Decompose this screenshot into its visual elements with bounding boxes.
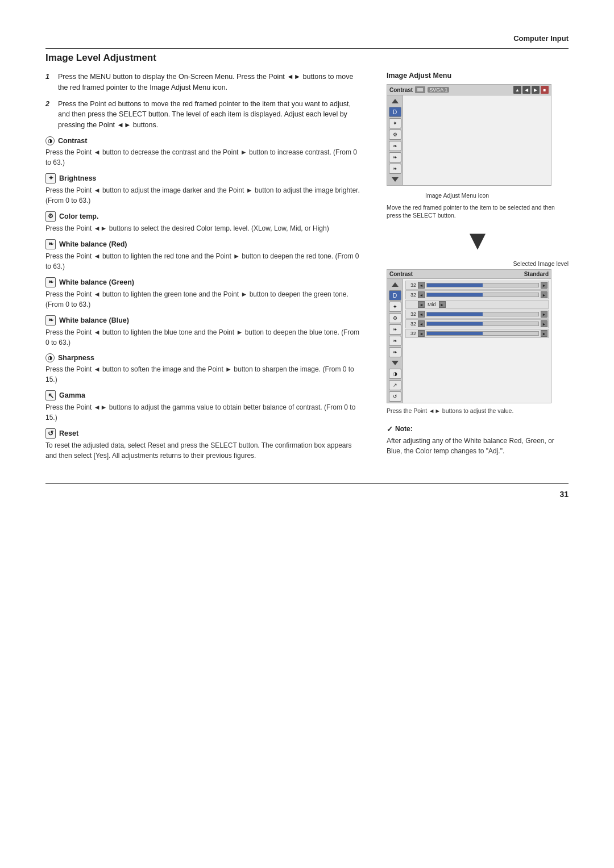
sidebar-item-1[interactable]: D [389, 107, 401, 117]
menu-row-4-btn-right[interactable]: ► [541, 311, 547, 318]
menu-row-4-btn-left[interactable]: ◄ [418, 311, 425, 318]
sidebar2-item-3[interactable]: ⚙ [389, 313, 401, 323]
section-colortemp: ⚙ Color temp. Press the Point ◄► buttons… [45, 211, 364, 233]
section-wb-red-header: ❧ White balance (Red) [45, 239, 364, 249]
adjust-annotation: Press the Point ◄► buttons to adjust the… [387, 407, 569, 416]
step-1-text: Press the MENU button to display the On-… [58, 72, 364, 93]
menu-row-6-btn-left[interactable]: ◄ [418, 330, 425, 337]
section-wb-blue: ❧ White balance (Blue) Press the Point ◄… [45, 315, 364, 348]
menu-row-4-bar [426, 312, 539, 316]
reset-icon: ↺ [45, 428, 56, 439]
section-reset-header: ↺ Reset [45, 428, 364, 439]
sidebar2-item-1[interactable]: D [389, 290, 401, 301]
menu-row-6-btn-right[interactable]: ► [541, 330, 547, 337]
menu-badge: SVGA 1 [428, 87, 449, 93]
menu-row-6-value: 32 [406, 331, 417, 336]
menu-row-3: ◄ Mid ► [405, 300, 549, 309]
bottom-rule [45, 483, 569, 484]
menu-row-5-btn-right[interactable]: ► [541, 320, 547, 327]
sidebar2-item-6[interactable]: ❧ [389, 347, 401, 357]
contrast-title: Contrast [58, 137, 87, 145]
menu-row-5-value: 32 [406, 321, 417, 327]
step-1: 1 Press the MENU button to display the O… [45, 72, 364, 93]
sidebar2-item-7[interactable]: ◑ [389, 369, 401, 379]
sidebar-item-6[interactable]: ❧ [389, 164, 401, 174]
sharpness-body: Press the Point ◄ button to soften the i… [45, 364, 364, 385]
sidebar2-arrow-up [392, 282, 399, 287]
annotation-area-1: Image Adjust Menu icon [387, 188, 569, 200]
section-wb-green: ❧ White balance (Green) Press the Point … [45, 277, 364, 310]
annotation-area-2: Move the red framed pointer to the item … [387, 203, 569, 220]
menu-row-1-fill [427, 283, 483, 287]
menu-row-1-btn-right[interactable]: ► [541, 282, 547, 289]
section-wb-green-header: ❧ White balance (Green) [45, 277, 364, 287]
colortemp-body: Press the Point ◄► buttons to select the… [45, 223, 364, 233]
sidebar-item-2[interactable]: ✦ [389, 118, 401, 128]
wb-red-title: White balance (Red) [59, 240, 127, 248]
menu-mockup-1: Contrast SVGA 1 ▲ ◀ ▶ ■ [387, 84, 551, 186]
menu-row-2: 32 ◄ ► [405, 290, 549, 299]
sidebar2-item-9[interactable]: ↺ [389, 391, 401, 402]
contrast-body: Press the Point ◄ button to decrease the… [45, 147, 364, 168]
menu-row-6: 32 ◄ ► [405, 329, 549, 338]
sharpness-title: Sharpness [58, 354, 94, 362]
menu-main-content-1 [405, 98, 549, 143]
selected-label-text: Selected Image level [513, 260, 569, 267]
sidebar2-item-2[interactable]: ✦ [389, 302, 401, 312]
checkmark-icon: ✓ [387, 425, 393, 433]
brightness-body: Press the Point ◄ button to adjust the i… [45, 185, 364, 206]
menu-row-4-value: 32 [406, 311, 417, 317]
menu-row-3-btn-right[interactable]: ► [439, 301, 446, 308]
sidebar2-arrow-down [392, 361, 399, 365]
gamma-icon: ↗ [45, 390, 56, 400]
menu-sidebar-2: D ✦ ⚙ ❧ ❧ ❧ ◑ ↗ ↺ [387, 279, 403, 403]
section-title: Computer Input [45, 34, 569, 43]
menu-icon-4: ■ [541, 86, 549, 94]
step-2-text: Press the Point ed buttons to move the r… [58, 99, 364, 131]
menu-icon-1: ▲ [513, 86, 521, 94]
menu-row-1-btn-left[interactable]: ◄ [418, 282, 425, 289]
sidebar2-item-8[interactable]: ↗ [389, 380, 401, 390]
sidebar-item-5[interactable]: ❧ [389, 152, 401, 162]
section-gamma-header: ↗ Gamma [45, 390, 364, 400]
section-sharpness-header: ◑ Sharpness [45, 353, 364, 362]
step-1-num: 1 [45, 72, 53, 93]
page-number: 31 [45, 490, 569, 499]
menu-row-3-btn-left[interactable]: ◄ [418, 301, 425, 308]
sidebar-item-4[interactable]: ❧ [389, 141, 401, 151]
menu-row-2-bar [426, 293, 539, 297]
left-column: 1 Press the MENU button to display the O… [45, 72, 364, 466]
menu-row-2-btn-right[interactable]: ► [541, 291, 547, 298]
section-colortemp-header: ⚙ Color temp. [45, 211, 364, 222]
section-wb-blue-header: ❧ White balance (Blue) [45, 315, 364, 326]
menu-row-1: 32 ◄ ► [405, 281, 549, 290]
sidebar-item-3[interactable]: ⚙ [389, 130, 401, 140]
menu-main-1 [403, 95, 551, 185]
menu-icon-3: ▶ [532, 86, 540, 94]
brightness-icon: ✦ [45, 173, 56, 183]
sidebar2-item-5[interactable]: ❧ [389, 336, 401, 346]
menu-row-5-btn-left[interactable]: ◄ [418, 320, 425, 327]
right-column: Image Adjust Menu Contrast SVGA 1 ▲ ◀ ▶ … [387, 72, 569, 466]
step-2-num: 2 [45, 99, 53, 131]
section-wb-red: ❧ White balance (Red) Press the Point ◄ … [45, 239, 364, 272]
menu-row-6-bar [426, 331, 539, 336]
menu-row-4: 32 ◄ ► [405, 310, 549, 319]
menu-mockup-2: Contrast Standard D ✦ ⚙ ❧ ❧ ❧ ◑ ↗ [387, 269, 551, 403]
menu-body-1: D ✦ ⚙ ❧ ❧ ❧ [387, 95, 551, 185]
gamma-body: Press the Point ◄► buttons to adjust the… [45, 402, 364, 423]
menu-row-2-fill [427, 293, 483, 297]
menu-body-2: D ✦ ⚙ ❧ ❧ ❧ ◑ ↗ ↺ 32 [387, 279, 551, 403]
menu-row-2-btn-left[interactable]: ◄ [418, 291, 425, 298]
sidebar2-item-4[interactable]: ❧ [389, 324, 401, 335]
colortemp-icon: ⚙ [45, 211, 56, 222]
section-brightness-header: ✦ Brightness [45, 173, 364, 183]
menu-icon-2: ◀ [522, 86, 530, 94]
big-arrow: ▼ [387, 224, 569, 256]
sharpness-icon: ◑ [45, 353, 55, 362]
note-title: ✓ Note: [387, 425, 569, 433]
menu-row-5-bar [426, 322, 539, 326]
step-2: 2 Press the Point ed buttons to move the… [45, 99, 364, 131]
sidebar-arrow-down [392, 177, 399, 182]
section-brightness: ✦ Brightness Press the Point ◄ button to… [45, 173, 364, 206]
